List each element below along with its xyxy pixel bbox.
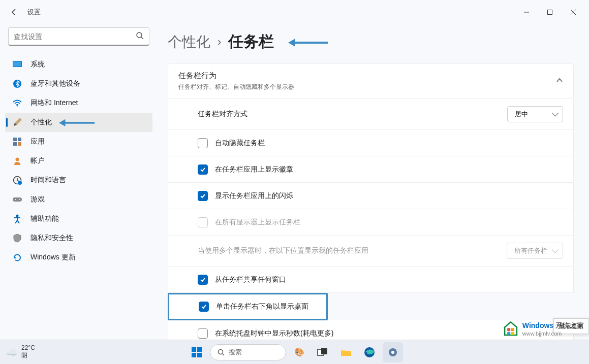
svg-point-16 xyxy=(15,199,16,200)
sidebar-item-label: 系统 xyxy=(30,60,45,69)
gear-icon xyxy=(387,347,398,358)
sidebar-item-apps[interactable]: 应用 xyxy=(5,132,152,151)
shareany-checkbox[interactable] xyxy=(198,275,208,285)
setting-label: 单击任务栏右下角以显示桌面 xyxy=(216,302,308,311)
taskbar-explorer[interactable] xyxy=(336,342,356,362)
svg-rect-27 xyxy=(192,353,196,357)
taskbar-taskview[interactable] xyxy=(313,342,333,362)
autohide-checkbox[interactable] xyxy=(198,138,208,148)
sidebar-item-label: 辅助功能 xyxy=(30,214,59,223)
sidebar-item-privacy[interactable]: 隐私和安全性 xyxy=(5,228,152,248)
setting-show-desktop[interactable]: 单击任务栏右下角以显示桌面 xyxy=(168,293,328,320)
account-icon xyxy=(12,156,22,166)
svg-rect-32 xyxy=(321,348,327,354)
maximize-button[interactable] xyxy=(538,4,562,20)
svg-rect-33 xyxy=(341,351,351,356)
back-button[interactable] xyxy=(4,2,24,22)
gaming-icon xyxy=(12,194,22,205)
app-icon: 🎨 xyxy=(294,347,304,357)
sidebar-item-label: 网络和 Internet xyxy=(30,98,78,108)
svg-rect-26 xyxy=(197,347,202,352)
svg-rect-11 xyxy=(18,142,21,146)
sidebar-item-network[interactable]: 网络和 Internet xyxy=(5,93,152,113)
svg-point-12 xyxy=(16,158,19,161)
svg-line-30 xyxy=(223,354,224,355)
page-title: 任务栏 xyxy=(228,31,274,52)
update-icon xyxy=(12,252,22,262)
clock-icon xyxy=(12,175,22,185)
svg-rect-25 xyxy=(192,347,196,352)
watermark-logo-icon xyxy=(502,320,519,338)
taskbar-settings[interactable] xyxy=(383,342,403,362)
sidebar-item-label: 蓝牙和其他设备 xyxy=(30,79,80,88)
setting-badges[interactable]: 在任务栏应用上显示徽章 xyxy=(168,156,574,183)
weather-cond: 阴 xyxy=(21,351,35,360)
taskbar-edge[interactable] xyxy=(359,342,380,362)
search-input[interactable] xyxy=(14,32,136,41)
group-taskbar-behaviors[interactable]: 任务栏行为 任务栏对齐、标记、自动隐藏和多个显示器 xyxy=(168,63,574,99)
taskbar-search[interactable]: 搜索 xyxy=(210,344,286,360)
search-icon xyxy=(218,349,225,356)
sidebar-item-label: 个性化 xyxy=(30,118,52,127)
alignment-dropdown[interactable]: 居中 xyxy=(507,106,563,122)
svg-rect-10 xyxy=(13,142,17,146)
sidebar-item-accessibility[interactable]: 辅助功能 xyxy=(5,209,152,228)
folder-icon xyxy=(340,348,352,357)
sidebar-item-system[interactable]: 系统 xyxy=(5,55,152,74)
svg-point-2 xyxy=(137,32,142,38)
setting-all-displays: 在所有显示器上显示任务栏 xyxy=(168,209,574,236)
seconds-checkbox[interactable] xyxy=(198,328,208,339)
group-subtitle: 任务栏对齐、标记、自动隐藏和多个显示器 xyxy=(178,83,294,91)
flashing-checkbox[interactable] xyxy=(198,191,208,201)
setting-flashing[interactable]: 显示任务栏应用上的闪烁 xyxy=(168,183,574,209)
svg-rect-24 xyxy=(511,332,514,335)
svg-rect-21 xyxy=(507,328,510,331)
setting-label: 在所有显示器上显示任务栏 xyxy=(215,218,300,227)
alldisplays-checkbox xyxy=(198,217,208,227)
setting-autohide[interactable]: 自动隐藏任务栏 xyxy=(168,130,574,156)
taskview-icon xyxy=(317,348,328,357)
close-button[interactable] xyxy=(562,4,585,20)
setting-label: 从任务栏共享任何窗口 xyxy=(215,275,286,284)
app-title: 设置 xyxy=(27,8,41,17)
setting-label: 在任务栏应用上显示徽章 xyxy=(215,165,293,174)
sidebar-item-personalization[interactable]: 个性化 xyxy=(5,113,152,132)
badges-checkbox[interactable] xyxy=(198,164,208,175)
sidebar-item-gaming[interactable]: 游戏 xyxy=(5,190,152,209)
watermark-url: www.bjjmlv.com xyxy=(522,330,584,337)
setting-label: 自动隐藏任务栏 xyxy=(215,139,265,148)
search-box[interactable] xyxy=(8,27,149,46)
svg-rect-1 xyxy=(548,10,552,15)
taskbar-app-1[interactable]: 🎨 xyxy=(289,342,309,362)
taskbar-weather[interactable]: ☁️ 22°C 阴 xyxy=(0,344,41,360)
start-button[interactable] xyxy=(187,342,207,362)
sidebar-item-label: 隐私和安全性 xyxy=(30,234,73,243)
edge-icon xyxy=(364,347,375,358)
sidebar-item-update[interactable]: Windows 更新 xyxy=(5,248,152,267)
sidebar-item-accounts[interactable]: 帐户 xyxy=(5,151,152,171)
taskbar[interactable]: ☁️ 22°C 阴 搜索 🎨 xyxy=(0,340,589,364)
showdesktop-checkbox[interactable] xyxy=(199,302,209,312)
svg-rect-22 xyxy=(511,328,514,331)
setting-share-window[interactable]: 从任务栏共享任何窗口 xyxy=(168,267,574,293)
svg-line-3 xyxy=(141,37,143,39)
sidebar: 系统 蓝牙和其他设备 网络和 Internet 个性化 应用 帐户 时间和语言 xyxy=(0,24,158,340)
search-icon xyxy=(136,31,144,42)
svg-rect-28 xyxy=(197,353,202,357)
watermark-brand: Windows xyxy=(522,321,553,329)
annotation-arrow-icon xyxy=(288,40,328,45)
setting-label: 任务栏对齐方式 xyxy=(198,110,247,119)
svg-point-29 xyxy=(218,349,223,354)
sidebar-item-time[interactable]: 时间和语言 xyxy=(5,171,152,190)
sidebar-item-label: 应用 xyxy=(30,137,45,146)
sidebar-item-bluetooth[interactable]: 蓝牙和其他设备 xyxy=(5,74,152,93)
svg-rect-5 xyxy=(13,61,21,67)
svg-point-14 xyxy=(18,181,22,185)
minimize-button[interactable] xyxy=(515,4,538,20)
sidebar-item-label: Windows 更新 xyxy=(30,253,76,262)
svg-rect-9 xyxy=(18,138,21,141)
sidebar-item-label: 帐户 xyxy=(30,156,45,166)
chevron-right-icon: › xyxy=(218,36,221,49)
svg-rect-8 xyxy=(13,138,17,141)
breadcrumb-parent[interactable]: 个性化 xyxy=(168,32,210,52)
